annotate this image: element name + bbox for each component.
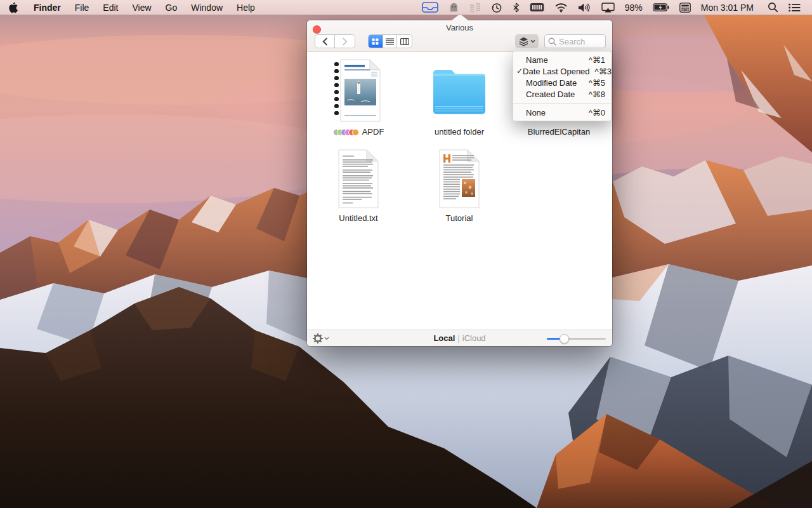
file-label-untitled-txt: Untitled.txt [314, 213, 403, 224]
list-view-button[interactable] [383, 35, 398, 48]
battery-percent: 98% [620, 0, 648, 15]
checkmark-icon: ✓ [516, 67, 523, 76]
file-item-apdf[interactable]: APDF [314, 58, 403, 137]
list-view-icon [386, 38, 394, 45]
apple-icon [9, 2, 18, 13]
menu-item-name[interactable]: Name ^⌘1 [513, 54, 611, 65]
menu-help[interactable]: Help [230, 0, 262, 15]
grid-view-icon [372, 38, 379, 45]
wifi-icon[interactable] [549, 3, 573, 13]
time-machine-icon[interactable] [486, 2, 508, 13]
menu-view[interactable]: View [125, 0, 158, 15]
file-label-blurredelcapitan: BlurredElCapitan [514, 127, 603, 137]
airplay-display-icon[interactable] [596, 3, 620, 13]
icon-size-slider[interactable] [547, 330, 606, 347]
apple-menu[interactable] [0, 2, 27, 13]
shortcut-label: ^⌘3 [595, 67, 612, 76]
tag-dots [333, 129, 359, 136]
shortcut-label: ^⌘5 [589, 78, 605, 88]
menu-finder[interactable]: Finder [27, 0, 68, 15]
keyboard-viewer-icon[interactable] [674, 3, 696, 13]
menu-bar-clock[interactable]: Mon 3:01 PM [696, 0, 759, 15]
menu-bar-status: 98% Mon 3:01 PM [417, 0, 812, 15]
file-label-tutorial: Tutorial [415, 213, 504, 224]
nav-buttons [315, 34, 355, 48]
menu-item-none[interactable]: None ^⌘0 [513, 107, 611, 118]
spotlight-icon[interactable] [759, 2, 783, 13]
volume-icon[interactable] [573, 3, 596, 13]
memory-module-icon[interactable] [525, 3, 549, 12]
arrange-by-button[interactable] [515, 34, 539, 48]
file-item-untitled-txt[interactable]: Untitled.txt [314, 149, 403, 224]
menu-item-date-last-opened[interactable]: ✓ Date Last Opened ^⌘3 [513, 65, 611, 77]
chevron-right-icon [342, 37, 348, 46]
file-item-untitled-folder[interactable]: untitled folder [415, 58, 504, 137]
chevron-down-icon [530, 39, 535, 43]
bluetooth-icon[interactable] [508, 3, 525, 13]
menu-edit[interactable]: Edit [96, 0, 125, 15]
view-switcher [368, 34, 412, 48]
window-header[interactable]: Various [307, 20, 612, 52]
ghost-icon[interactable] [443, 3, 464, 13]
menu-separator [513, 103, 611, 104]
back-button[interactable] [315, 35, 335, 48]
menu-bar-left: Finder File Edit View Go Window Help [0, 0, 262, 15]
search-icon [548, 37, 556, 46]
menu-item-modified-date[interactable]: Modified Date ^⌘5 [513, 77, 611, 88]
chevron-left-icon [322, 37, 328, 46]
file-label-apdf: APDF [314, 127, 403, 137]
column-view-button[interactable] [397, 35, 412, 48]
icloud-label[interactable]: iCloud [462, 333, 486, 343]
file-item-tutorial[interactable]: Tutorial [415, 149, 504, 224]
arrange-by-menu: Name ^⌘1 ✓ Date Last Opened ^⌘3 Modified… [513, 51, 612, 121]
battery-charging-icon[interactable] [648, 3, 674, 11]
search-field[interactable] [544, 34, 606, 48]
slider-thumb[interactable] [560, 334, 569, 344]
column-view-icon [400, 38, 409, 45]
menu-go[interactable]: Go [159, 0, 185, 15]
shortcut-label: ^⌘0 [589, 108, 605, 117]
notification-center-icon[interactable] [783, 3, 808, 12]
file-label-untitled-folder: untitled folder [415, 127, 504, 137]
shortcut-label: ^⌘1 [589, 55, 605, 65]
icon-view-button[interactable] [369, 35, 383, 48]
layers-icon [519, 37, 528, 46]
text-document-icon [337, 149, 379, 208]
sync-bars-icon[interactable] [464, 3, 486, 13]
forward-button[interactable] [335, 35, 355, 48]
divider: | [455, 333, 462, 343]
menu-item-created-date[interactable]: Created Date ^⌘8 [513, 88, 611, 100]
shortcut-label: ^⌘8 [589, 90, 605, 99]
window-footer: Local|iCloud [307, 330, 612, 346]
inbox-tray-icon[interactable] [417, 2, 443, 13]
finder-popover-window: Various [307, 20, 612, 346]
menu-bar: Finder File Edit View Go Window Help [0, 0, 812, 15]
pdf-document-icon [334, 59, 383, 122]
close-button[interactable] [313, 25, 321, 34]
window-title: Various [307, 23, 612, 33]
menu-file[interactable]: File [68, 0, 96, 15]
rich-text-document-icon [438, 149, 480, 208]
local-label[interactable]: Local [433, 333, 455, 343]
menu-window[interactable]: Window [184, 0, 230, 15]
search-input[interactable] [556, 37, 601, 46]
folder-icon [431, 66, 488, 118]
